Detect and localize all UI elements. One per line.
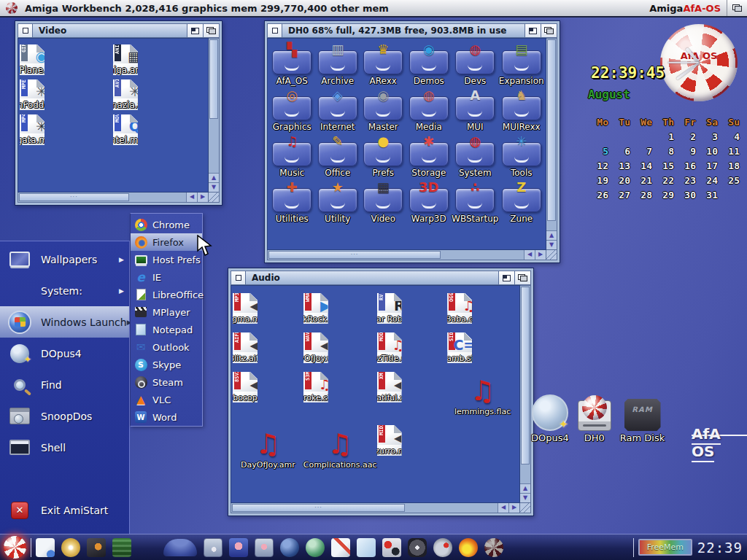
scroll-up-arrow[interactable]: ▲ bbox=[209, 173, 219, 182]
cd-archive-icon[interactable] bbox=[61, 538, 80, 557]
drawer-item[interactable]: ♞ MUIRexx bbox=[498, 96, 544, 132]
menu-item-shell[interactable]: Shell bbox=[0, 432, 129, 463]
file-item[interactable]: OGG ♫ AliBaba.ogg bbox=[447, 293, 472, 324]
scrollbar-thumb[interactable] bbox=[268, 251, 441, 259]
submenu-item-notepad[interactable]: Notepad bbox=[131, 321, 202, 338]
scrollbar-thumb[interactable] bbox=[209, 39, 218, 119]
submenu-item-host-prefs[interactable]: Host Prefs bbox=[131, 251, 202, 268]
file-item[interactable]: WAV ◀ DayOfJoy.wav bbox=[303, 332, 328, 363]
dark-boing-icon[interactable] bbox=[484, 538, 503, 557]
scroll-right-arrow[interactable]: ▶ bbox=[535, 250, 546, 260]
vertical-scrollbar[interactable]: ▲ ▼ bbox=[209, 38, 220, 192]
file-item[interactable]: ♫ DayOfJoy.amr bbox=[233, 425, 303, 470]
submenu-item-word[interactable]: W Word bbox=[131, 408, 202, 426]
drawer-item[interactable]: ▤ Expansion bbox=[498, 50, 544, 86]
resize-grip[interactable] bbox=[520, 503, 531, 513]
drawer-item[interactable]: ● Prefs bbox=[360, 142, 406, 178]
file-item[interactable]: AVI ✳ Egnazia.avi bbox=[113, 79, 138, 110]
file-item[interactable]: MOV Q Sintel.mov bbox=[113, 114, 138, 145]
umbrella-icon[interactable] bbox=[163, 539, 197, 556]
resize-grip[interactable] bbox=[546, 250, 557, 260]
zoom-gadget[interactable] bbox=[187, 24, 203, 37]
close-gadget[interactable] bbox=[18, 24, 33, 37]
drawer-item[interactable]: ◎ Graphics bbox=[269, 96, 315, 132]
menu-item-wallpapers[interactable]: Wallpapers ▶ bbox=[0, 244, 129, 275]
vertical-scrollbar[interactable]: ▲ ▼ bbox=[546, 38, 557, 250]
desktop-icon-dopus4[interactable]: DOpus4 bbox=[531, 394, 569, 443]
window-red-icon[interactable] bbox=[382, 538, 401, 557]
drawer-item[interactable]: ◍ Devs bbox=[452, 50, 498, 86]
file-item[interactable]: ♫ Complications.aac bbox=[303, 425, 377, 470]
drawer-item[interactable]: ◉ Master bbox=[360, 96, 406, 132]
scroll-left-arrow[interactable]: ◀ bbox=[186, 192, 197, 202]
vertical-scrollbar[interactable]: ▲ ▼ bbox=[520, 285, 531, 503]
submenu-item-chrome[interactable]: Chrome bbox=[131, 216, 202, 233]
drawer-item[interactable]: ▥ Archive bbox=[315, 50, 361, 86]
circuit-board-icon[interactable] bbox=[112, 538, 131, 557]
scroll-down-arrow[interactable]: ▼ bbox=[520, 493, 530, 502]
menu-item-windows-launch[interactable]: Windows Launch ▶ bbox=[0, 306, 129, 338]
menu-item-exit-amistart[interactable]: ✕ Exit AmiStart bbox=[0, 494, 129, 526]
drawer-item[interactable]: ◍ System bbox=[452, 142, 498, 178]
document-search-icon[interactable] bbox=[36, 538, 55, 557]
scroll-down-arrow[interactable]: ▼ bbox=[546, 240, 557, 249]
drawer-item[interactable]: ◍ Media bbox=[406, 96, 452, 132]
menu-item-snoopdos[interactable]: SnoopDos bbox=[0, 400, 129, 432]
horizontal-scrollbar[interactable]: ◀ ▶ bbox=[18, 192, 209, 203]
close-gadget[interactable] bbox=[268, 24, 282, 37]
zoom-gadget[interactable] bbox=[525, 24, 541, 37]
submenu-item-ie[interactable]: e IE bbox=[131, 268, 202, 286]
drawer-item[interactable]: ◉ Demos bbox=[406, 50, 452, 86]
amistart-button[interactable] bbox=[4, 536, 26, 559]
depth-gadget[interactable] bbox=[514, 271, 530, 284]
file-item[interactable]: XM ◀ Beatiful.xm bbox=[377, 372, 402, 402]
scroll-right-arrow[interactable]: ▶ bbox=[508, 503, 519, 513]
scrollbar-thumb[interactable] bbox=[547, 39, 556, 221]
file-item[interactable]: ANIM ▦ Amiga.anim bbox=[113, 44, 138, 75]
dark-drawer-icon[interactable] bbox=[87, 538, 106, 557]
file-item[interactable]: ♫ lemmings.flac bbox=[447, 372, 518, 416]
submenu-item-vlc[interactable]: ▲ VLC bbox=[131, 391, 202, 408]
zoom-gadget[interactable] bbox=[498, 271, 514, 284]
submenu-item-mplayer[interactable]: MPlayer bbox=[131, 303, 202, 321]
file-item[interactable]: AIFF ◀ Blitz.aiff bbox=[233, 332, 258, 363]
file-item[interactable]: RV R Dear Rob.ra bbox=[377, 293, 402, 324]
flame-ball-icon[interactable] bbox=[459, 538, 478, 557]
afa-window-icon[interactable] bbox=[229, 538, 248, 557]
drawer-item[interactable]: ✱ Storage bbox=[406, 142, 452, 178]
submenu-item-firefox[interactable]: Firefox bbox=[131, 233, 202, 251]
screen-depth-gadget[interactable] bbox=[727, 0, 747, 16]
audio-window-titlebar[interactable]: Audio bbox=[231, 271, 531, 285]
freemem-gauge[interactable]: FreeMem bbox=[638, 539, 692, 556]
submenu-item-steam[interactable]: Steam bbox=[131, 373, 202, 391]
globe-dark-icon[interactable] bbox=[280, 538, 299, 557]
file-item[interactable]: MIDI ◀ Azzurro.mid bbox=[377, 425, 402, 456]
file-item[interactable]: 8SVX ◀ Robocop.iff bbox=[233, 372, 258, 402]
scrollbar-thumb[interactable] bbox=[521, 287, 530, 464]
depth-gadget[interactable] bbox=[541, 24, 557, 37]
monitor-pink-icon[interactable] bbox=[255, 538, 274, 557]
drawer-item[interactable]: A MUI bbox=[452, 96, 498, 132]
drawer-item[interactable]: Z Zune bbox=[498, 188, 544, 224]
scrollbar-thumb[interactable] bbox=[19, 193, 129, 201]
submenu-item-outlook[interactable]: ✉ Outlook bbox=[131, 338, 202, 356]
file-item[interactable]: WMA ▶ ChuckRock.wma bbox=[303, 293, 328, 324]
file-item[interactable]: MOD ♫ BlobzTitle.mod bbox=[377, 332, 402, 363]
drawer-item[interactable]: ▚ AfA_OS bbox=[269, 50, 315, 86]
desktop-icon-dh0[interactable]: DH0 bbox=[578, 400, 611, 443]
file-item[interactable]: SID C= Ramb.sid bbox=[447, 332, 472, 363]
scroll-up-arrow[interactable]: ▲ bbox=[520, 483, 530, 493]
notepad-icon[interactable] bbox=[357, 538, 376, 557]
file-item[interactable]: MP3 ◀ Enigma.mp3 bbox=[233, 293, 258, 324]
boing-sphere-icon[interactable] bbox=[138, 538, 157, 557]
drawer-item[interactable]: ▦ Video bbox=[360, 188, 406, 224]
drawer-item[interactable]: 3D Warp3D bbox=[406, 188, 452, 224]
scroll-left-arrow[interactable]: ◀ bbox=[524, 250, 535, 260]
scroll-right-arrow[interactable]: ▶ bbox=[197, 192, 208, 202]
menu-item-dopus4[interactable]: DOpus4 bbox=[0, 338, 129, 369]
file-item[interactable]: MPEG ✳ CannonFodder.mpg bbox=[20, 79, 44, 110]
scroll-up-arrow[interactable]: ▲ bbox=[546, 230, 557, 240]
speaker-icon[interactable] bbox=[408, 538, 427, 557]
document-edit-icon[interactable] bbox=[331, 538, 350, 557]
drawer-item[interactable]: ★ Utility bbox=[315, 188, 361, 224]
